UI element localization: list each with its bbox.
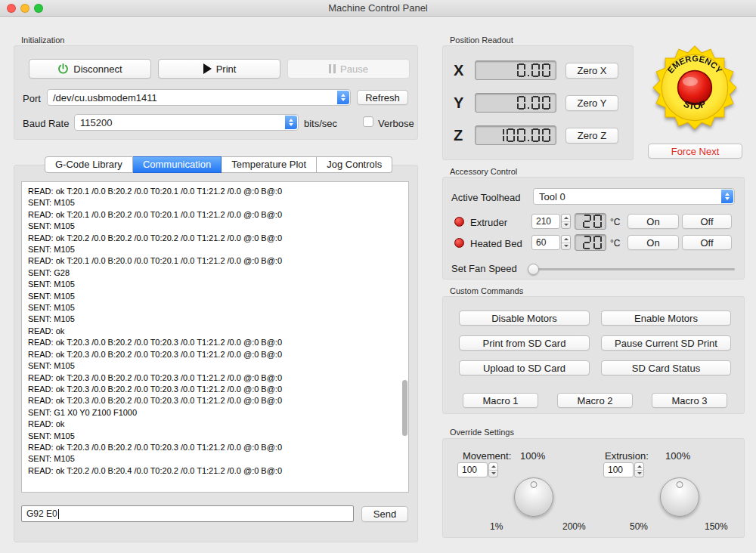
log-output[interactable]: READ: ok T:20.1 /0.0 B:20.2 /0.0 T0:20.1… bbox=[21, 181, 409, 493]
z-axis-label: Z bbox=[454, 127, 463, 144]
zero-x-button[interactable]: Zero X bbox=[565, 63, 618, 79]
combo-arrows-icon bbox=[337, 91, 349, 104]
heated-bed-setpoint-stepper[interactable] bbox=[561, 235, 571, 250]
extruder-setpoint-stepper[interactable] bbox=[561, 214, 571, 229]
extruder-on-button[interactable]: On bbox=[627, 214, 679, 229]
port-select[interactable]: /dev/cu.usbmodem1411 bbox=[47, 89, 351, 106]
baud-rate-select[interactable]: 115200 bbox=[74, 114, 299, 131]
tab-jog-controls[interactable]: Jog Controls bbox=[317, 156, 392, 173]
log-line: READ: ok T:20.3 /0.0 B:20.2 /0.0 T0:20.3… bbox=[28, 372, 402, 384]
movement-override-field[interactable]: 100 bbox=[457, 462, 488, 477]
send-button[interactable]: Send bbox=[361, 506, 408, 522]
macro-3-label: Macro 3 bbox=[672, 395, 708, 406]
refresh-button-label: Refresh bbox=[365, 92, 400, 103]
extrusion-min-label: 50% bbox=[630, 521, 648, 532]
zero-z-button[interactable]: Zero Z bbox=[565, 128, 618, 144]
log-line: READ: ok T:20.3 /0.0 B:20.2 /0.0 T0:20.3… bbox=[28, 349, 402, 360]
extruder-setpoint-value: 210 bbox=[536, 216, 551, 227]
extruder-on-label: On bbox=[646, 216, 659, 227]
macro-3-button[interactable]: Macro 3 bbox=[652, 393, 727, 408]
zoom-window-icon[interactable] bbox=[34, 4, 43, 13]
close-window-icon[interactable] bbox=[7, 4, 16, 13]
tab-temperature-plot[interactable]: Temperature Plot bbox=[222, 156, 317, 173]
log-scrollbar-thumb[interactable] bbox=[402, 380, 407, 436]
log-line: SENT: M105 bbox=[28, 291, 402, 302]
fan-speed-slider-track[interactable] bbox=[529, 268, 735, 270]
port-select-value: /dev/cu.usbmodem1411 bbox=[53, 92, 157, 103]
zero-y-label: Zero Y bbox=[578, 97, 607, 109]
combo-arrows-icon bbox=[721, 190, 733, 203]
gcode-command-input[interactable]: G92 E0 bbox=[21, 505, 354, 522]
window-title: Machine Control Panel bbox=[0, 0, 756, 17]
log-line: READ: ok T:20.1 /0.0 B:20.2 /0.0 T0:20.1… bbox=[28, 209, 402, 221]
baud-rate-value: 115200 bbox=[80, 117, 112, 128]
verbose-checkbox[interactable] bbox=[363, 116, 373, 127]
emergency-stop-button[interactable]: EMERGENCY STOP bbox=[652, 45, 737, 132]
active-toolhead-value: Tool 0 bbox=[539, 191, 565, 202]
heated-bed-led-icon bbox=[454, 238, 464, 248]
disable-motors-label: Disable Motors bbox=[491, 313, 557, 324]
movement-override-stepper[interactable] bbox=[488, 462, 498, 477]
force-next-button[interactable]: Force Next bbox=[648, 144, 742, 159]
macro-2-label: Macro 2 bbox=[578, 395, 613, 406]
log-line: SENT: M105 bbox=[28, 360, 402, 372]
movement-knob[interactable] bbox=[514, 477, 553, 517]
log-line: SENT: M105 bbox=[28, 431, 402, 442]
extruder-off-label: Off bbox=[700, 216, 713, 227]
extrusion-override-stepper[interactable] bbox=[634, 462, 644, 477]
z-position-display bbox=[475, 125, 556, 145]
log-line: SENT: M105 bbox=[28, 453, 402, 465]
macro-1-button[interactable]: Macro 1 bbox=[463, 393, 538, 408]
disable-motors-button[interactable]: Disable Motors bbox=[459, 310, 590, 326]
tab-gcode-library[interactable]: G-Code Library bbox=[45, 156, 133, 173]
extrusion-override-field[interactable]: 100 bbox=[603, 462, 634, 477]
gcode-command-value: G92 E0 bbox=[26, 508, 57, 519]
log-line: READ: ok T:20.2 /0.0 B:20.4 /0.0 T0:20.2… bbox=[28, 465, 402, 477]
text-caret bbox=[58, 509, 59, 519]
tab-bar: G-Code Library Communication Temperature… bbox=[45, 156, 392, 173]
disconnect-button[interactable]: Disconnect bbox=[29, 59, 151, 79]
upload-to-sd-button[interactable]: Upload to SD Card bbox=[459, 360, 590, 375]
refresh-button[interactable]: Refresh bbox=[357, 90, 408, 105]
print-button-label: Print bbox=[216, 63, 237, 75]
extrusion-max-label: 150% bbox=[705, 521, 728, 532]
log-line: READ: ok T:20.2 /0.0 B:20.2 /0.0 T0:20.2… bbox=[28, 233, 402, 244]
log-line: SENT: M105 bbox=[28, 302, 402, 314]
heated-bed-setpoint-field[interactable]: 60 bbox=[531, 235, 560, 250]
extruder-led-icon bbox=[454, 217, 464, 227]
pause-sd-print-button[interactable]: Pause Current SD Print bbox=[601, 335, 731, 351]
pause-sd-print-label: Pause Current SD Print bbox=[615, 338, 717, 349]
enable-motors-button[interactable]: Enable Motors bbox=[601, 310, 731, 326]
pause-button-label: Pause bbox=[340, 63, 368, 75]
sd-card-status-button[interactable]: SD Card Status bbox=[601, 360, 731, 375]
macro-1-label: Macro 1 bbox=[483, 395, 519, 406]
print-from-sd-label: Print from SD Card bbox=[483, 338, 566, 349]
heated-bed-units-label: °C bbox=[610, 238, 620, 249]
tab-communication[interactable]: Communication bbox=[133, 156, 222, 173]
extruder-temperature-display bbox=[575, 213, 606, 230]
disconnect-button-label: Disconnect bbox=[73, 63, 122, 75]
heated-bed-temperature-display bbox=[575, 234, 606, 251]
log-line: SENT: M105 bbox=[28, 221, 402, 232]
minimize-window-icon[interactable] bbox=[20, 4, 29, 13]
heated-bed-on-button[interactable]: On bbox=[627, 235, 679, 250]
movement-percent-label: 100% bbox=[520, 450, 545, 462]
x-axis-label: X bbox=[454, 62, 463, 79]
pause-button[interactable]: Pause bbox=[287, 59, 410, 79]
active-toolhead-label: Active Toolhead bbox=[451, 192, 521, 203]
macro-2-button[interactable]: Macro 2 bbox=[557, 393, 633, 408]
print-from-sd-button[interactable]: Print from SD Card bbox=[459, 335, 590, 351]
log-line: READ: ok T:20.1 /0.0 B:20.2 /0.0 T0:20.1… bbox=[28, 186, 402, 197]
extruder-setpoint-field[interactable]: 210 bbox=[531, 214, 560, 229]
print-button[interactable]: Print bbox=[158, 59, 280, 79]
extrusion-percent-label: 100% bbox=[665, 450, 690, 462]
heated-bed-on-label: On bbox=[646, 237, 659, 249]
heated-bed-off-button[interactable]: Off bbox=[682, 235, 732, 250]
extruder-off-button[interactable]: Off bbox=[682, 214, 732, 229]
active-toolhead-select[interactable]: Tool 0 bbox=[533, 188, 735, 205]
extrusion-knob[interactable] bbox=[660, 477, 699, 517]
fan-speed-slider-thumb[interactable] bbox=[528, 264, 539, 275]
heated-bed-label: Heated Bed bbox=[470, 238, 522, 249]
log-line: SENT: G28 bbox=[28, 267, 402, 279]
zero-y-button[interactable]: Zero Y bbox=[565, 95, 618, 111]
